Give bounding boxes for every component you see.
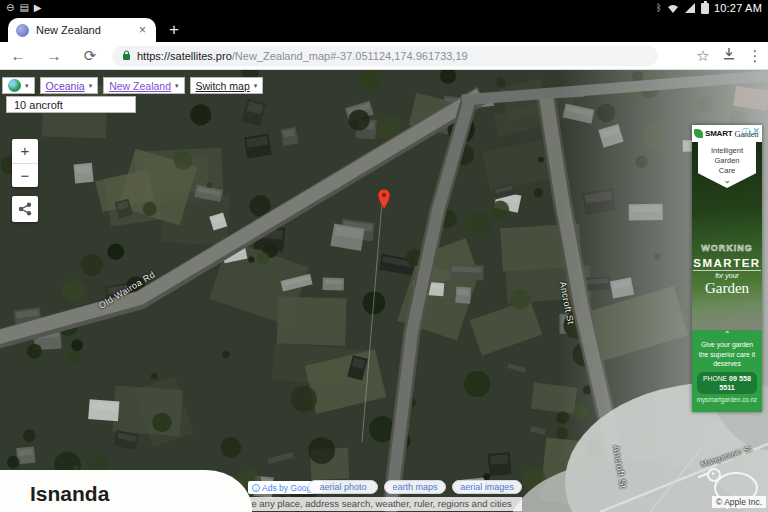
- ad-slogan-working: WORKING: [692, 243, 762, 253]
- earth-maps-button[interactable]: earth maps: [384, 480, 446, 494]
- aerial-images-button[interactable]: aerial images: [452, 480, 522, 494]
- lock-icon: [122, 50, 131, 61]
- adchoices-info-icon: i: [252, 484, 260, 492]
- chevron-down-icon: ▾: [254, 82, 258, 90]
- ad-slogan: WORKING SMARTER for your Garden: [692, 243, 762, 297]
- switch-map-link[interactable]: Switch map: [196, 80, 250, 92]
- status-time: 10:27 AM: [714, 2, 762, 14]
- search-input[interactable]: [6, 96, 136, 113]
- ad-tagline-line: Intelligent: [698, 146, 756, 156]
- browser-tab[interactable]: New Zealand ×: [8, 18, 156, 42]
- chevron-down-icon: ▾: [89, 82, 93, 90]
- watermark-dot: [24, 506, 31, 512]
- chevron-up-icon: ⌃: [692, 330, 762, 340]
- document-icon: ▤: [19, 0, 28, 16]
- url-path: /New_Zealand_map#-37.051124,174.961733,1…: [232, 50, 468, 62]
- country-link[interactable]: New Zealand: [109, 80, 171, 92]
- forward-button[interactable]: →: [36, 47, 72, 64]
- region-link[interactable]: Oceania: [46, 80, 85, 92]
- close-tab-icon[interactable]: ×: [137, 23, 148, 37]
- globe-icon: [8, 79, 21, 92]
- chevron-down-icon: ▾: [175, 82, 179, 90]
- back-button[interactable]: ←: [0, 47, 36, 64]
- signal-icon: [684, 3, 696, 13]
- language-globe-dropdown[interactable]: ▾: [2, 77, 35, 94]
- ad-cta-panel: ⌃ Give your garden the superior care it …: [692, 330, 762, 412]
- url-text: https://satellites.pro/New_Zealand_map#-…: [137, 50, 468, 62]
- bookmark-star-icon[interactable]: ☆: [690, 47, 716, 65]
- share-button[interactable]: [12, 196, 38, 222]
- battery-icon: [701, 3, 709, 14]
- ad-website-link[interactable]: mysmartgarden.co.nz: [692, 396, 762, 403]
- url-host: https://satellites.pro: [137, 50, 232, 62]
- screen: ⊖ ▤ ▶ ᛒ 10:27 AM New Zealand × + ← → ⟳: [0, 0, 768, 512]
- map-topbar: ▾ Oceania ▾ New Zealand ▾ Switch map ▾: [2, 77, 263, 94]
- zoom-controls: + −: [12, 139, 38, 187]
- browser-toolbar: ← → ⟳ https://satellites.pro/New_Zealand…: [0, 42, 768, 70]
- overflow-menu-icon[interactable]: ⋮: [742, 47, 768, 65]
- site-favicon-icon: [16, 24, 29, 37]
- switch-map-dropdown[interactable]: Switch map ▾: [190, 77, 264, 94]
- share-icon: [18, 202, 32, 216]
- tab-bar: New Zealand × +: [0, 16, 768, 42]
- ad-slogan-for-your: for your: [692, 272, 762, 279]
- adchoices-controls: ⓘ ✕: [741, 126, 760, 139]
- notification-circle-icon: ⊖: [6, 0, 14, 16]
- zoom-in-button[interactable]: +: [12, 139, 38, 163]
- download-icon[interactable]: [716, 47, 742, 64]
- url-bar[interactable]: https://satellites.pro/New_Zealand_map#-…: [112, 46, 658, 66]
- ad-info-icon[interactable]: ⓘ: [741, 126, 750, 139]
- leaf-logo-icon: [694, 129, 703, 138]
- tab-title: New Zealand: [36, 24, 130, 36]
- watermark-text: Isnanda: [30, 482, 109, 506]
- watermark-overlay: Isnanda: [0, 470, 252, 512]
- map-marker-pin[interactable]: [376, 188, 392, 210]
- aerial-photo-button[interactable]: aerial photo: [308, 480, 378, 494]
- ad-close-icon[interactable]: ✕: [752, 126, 760, 139]
- bluetooth-icon: ᛒ: [656, 0, 662, 16]
- country-dropdown[interactable]: New Zealand ▾: [103, 77, 184, 94]
- map-attribution: © Apple Inc.: [712, 496, 766, 508]
- reload-button[interactable]: ⟳: [72, 47, 108, 65]
- ad-tagline-line: Care: [698, 166, 756, 176]
- new-tab-button[interactable]: +: [162, 18, 186, 42]
- chevron-down-icon: ▾: [25, 82, 29, 90]
- wifi-icon: [667, 3, 679, 13]
- ad-panel[interactable]: SMART Garden ⓘ ✕ Intelligent Garden Care…: [692, 125, 762, 412]
- ad-pitch-text: Give your garden the superior care it de…: [692, 340, 762, 369]
- region-dropdown[interactable]: Oceania ▾: [40, 77, 99, 94]
- satellite-map[interactable]: Old Wairoa Rd Ancroft St Ancroft St Mang…: [0, 70, 768, 512]
- ad-slogan-garden: Garden: [692, 280, 762, 297]
- ad-phone-label: PHONE: [703, 375, 727, 382]
- ad-slogan-smarter: SMARTER: [693, 257, 760, 271]
- play-icon: ▶: [34, 0, 42, 16]
- zoom-out-button[interactable]: −: [12, 163, 38, 187]
- ad-tagline-line: Garden: [698, 156, 756, 166]
- ad-brand-smart: SMART: [705, 129, 732, 138]
- ad-phone-button[interactable]: PHONE 09 558 5511: [697, 372, 757, 394]
- status-bar: ⊖ ▤ ▶ ᛒ 10:27 AM: [0, 0, 768, 16]
